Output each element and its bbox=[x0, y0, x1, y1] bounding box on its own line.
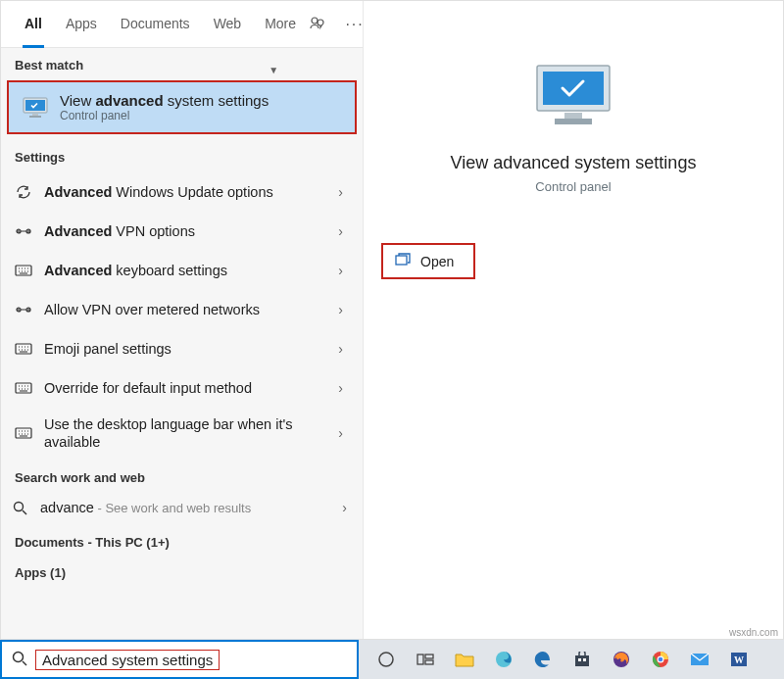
best-match-title-pre: View bbox=[60, 92, 95, 109]
setting-override-input-method[interactable]: Override for default input method › bbox=[5, 368, 359, 408]
search-work-web-heading: Search work and web bbox=[1, 461, 363, 491]
best-match-subtitle: Control panel bbox=[60, 109, 269, 122]
file-explorer-icon[interactable] bbox=[447, 642, 482, 677]
best-match-title: View advanced system settings bbox=[60, 92, 269, 109]
search-icon bbox=[11, 499, 28, 516]
setting-label: Emoji panel settings bbox=[44, 340, 320, 358]
best-match-title-bold: advanced bbox=[95, 92, 163, 109]
monitor-check-icon bbox=[23, 97, 48, 119]
monitor-check-icon-large bbox=[531, 62, 615, 135]
search-work-web-result[interactable]: advance - See work and web results › bbox=[1, 491, 363, 524]
feedback-icon[interactable] bbox=[308, 15, 327, 34]
preview-subtitle: Control panel bbox=[535, 179, 611, 194]
svg-point-20 bbox=[379, 653, 393, 666]
setting-label: Advanced keyboard settings bbox=[44, 262, 320, 279]
tab-more-label: More bbox=[265, 16, 296, 31]
svg-text:W: W bbox=[734, 655, 744, 665]
chevron-down-icon: ▼ bbox=[269, 65, 278, 75]
svg-rect-21 bbox=[417, 655, 423, 664]
chevron-right-icon: › bbox=[336, 500, 353, 515]
more-options-icon[interactable]: ··· bbox=[345, 15, 364, 34]
taskbar: Advanced system settings W bbox=[0, 640, 784, 679]
setting-advanced-windows-update[interactable]: Advanced Windows Update options › bbox=[5, 172, 359, 212]
filter-tabs: All Apps Documents Web More ▼ ··· bbox=[1, 1, 363, 48]
best-match-heading: Best match bbox=[1, 48, 363, 78]
search-ww-text: advance - See work and web results bbox=[40, 499, 324, 516]
edge-legacy-icon[interactable] bbox=[525, 642, 561, 677]
setting-allow-vpn-metered[interactable]: Allow VPN over metered networks › bbox=[5, 290, 359, 329]
settings-heading: Settings bbox=[1, 140, 363, 170]
svg-point-0 bbox=[312, 18, 318, 24]
microsoft-store-icon[interactable] bbox=[564, 642, 600, 677]
svg-rect-16 bbox=[564, 113, 582, 119]
setting-label: Advanced Windows Update options bbox=[44, 183, 320, 201]
svg-rect-18 bbox=[396, 256, 407, 265]
open-new-window-icon bbox=[395, 253, 411, 269]
setting-label: Allow VPN over metered networks bbox=[44, 301, 320, 318]
vpn-icon bbox=[15, 301, 32, 318]
open-button[interactable]: Open bbox=[381, 243, 475, 279]
firefox-icon[interactable] bbox=[604, 642, 639, 677]
search-input-text: Advanced system settings bbox=[35, 650, 220, 670]
documents-heading: Documents - This PC (1+) bbox=[1, 525, 363, 556]
setting-advanced-keyboard[interactable]: Advanced keyboard settings › bbox=[5, 251, 359, 290]
keyboard-icon bbox=[15, 424, 32, 442]
word-icon[interactable]: W bbox=[721, 642, 757, 677]
svg-rect-22 bbox=[425, 655, 433, 658]
tab-apps[interactable]: Apps bbox=[54, 1, 109, 48]
keyboard-icon bbox=[15, 379, 32, 397]
windows-search-panel: All Apps Documents Web More ▼ ··· Best m… bbox=[0, 0, 784, 640]
setting-desktop-language-bar[interactable]: Use the desktop language bar when it's a… bbox=[5, 408, 359, 459]
svg-rect-23 bbox=[425, 660, 433, 664]
chevron-right-icon: › bbox=[332, 184, 349, 200]
taskbar-icons: W bbox=[359, 642, 757, 677]
settings-results: Advanced Windows Update options › Advanc… bbox=[1, 170, 363, 461]
results-column: All Apps Documents Web More ▼ ··· Best m… bbox=[1, 1, 364, 639]
open-label: Open bbox=[420, 254, 454, 269]
setting-label: Advanced VPN options bbox=[44, 222, 320, 240]
chevron-right-icon: › bbox=[332, 302, 349, 317]
tab-all[interactable]: All bbox=[13, 1, 54, 48]
chevron-right-icon: › bbox=[332, 263, 349, 278]
watermark: wsxdn.com bbox=[729, 627, 778, 638]
refresh-icon bbox=[15, 183, 32, 201]
chevron-right-icon: › bbox=[332, 223, 349, 239]
svg-rect-3 bbox=[32, 114, 38, 116]
edge-new-icon[interactable] bbox=[486, 642, 521, 677]
task-view-icon[interactable] bbox=[408, 642, 443, 677]
svg-rect-25 bbox=[575, 655, 589, 666]
svg-point-13 bbox=[14, 502, 23, 510]
preview-title: View advanced system settings bbox=[451, 153, 697, 173]
taskbar-search-box[interactable]: Advanced system settings bbox=[0, 640, 359, 679]
tab-web[interactable]: Web bbox=[202, 1, 254, 48]
tab-documents[interactable]: Documents bbox=[109, 1, 202, 48]
vpn-icon bbox=[15, 222, 32, 240]
chrome-icon[interactable] bbox=[643, 642, 678, 677]
setting-advanced-vpn[interactable]: Advanced VPN options › bbox=[5, 212, 359, 251]
keyboard-icon bbox=[15, 340, 32, 358]
best-match-title-post: system settings bbox=[164, 92, 270, 109]
tab-more[interactable]: More ▼ bbox=[253, 1, 308, 48]
preview-pane: View advanced system settings Control pa… bbox=[364, 1, 783, 639]
svg-rect-15 bbox=[543, 72, 604, 105]
chevron-right-icon: › bbox=[332, 380, 349, 396]
svg-rect-27 bbox=[583, 658, 586, 661]
chevron-right-icon: › bbox=[332, 341, 349, 357]
svg-rect-17 bbox=[555, 119, 592, 124]
setting-emoji-panel[interactable]: Emoji panel settings › bbox=[5, 329, 359, 368]
setting-label: Use the desktop language bar when it's a… bbox=[44, 415, 320, 451]
best-match-result[interactable]: View advanced system settings Control pa… bbox=[7, 80, 357, 134]
chevron-right-icon: › bbox=[332, 425, 349, 441]
search-icon bbox=[12, 651, 27, 669]
svg-point-31 bbox=[659, 657, 663, 662]
mail-icon[interactable] bbox=[682, 642, 717, 677]
svg-rect-26 bbox=[578, 658, 581, 661]
svg-point-19 bbox=[14, 652, 24, 661]
svg-rect-4 bbox=[29, 116, 41, 118]
apps-heading: Apps (1) bbox=[1, 556, 363, 586]
keyboard-icon bbox=[15, 262, 32, 279]
setting-label: Override for default input method bbox=[44, 379, 320, 397]
cortana-icon[interactable] bbox=[368, 642, 404, 677]
